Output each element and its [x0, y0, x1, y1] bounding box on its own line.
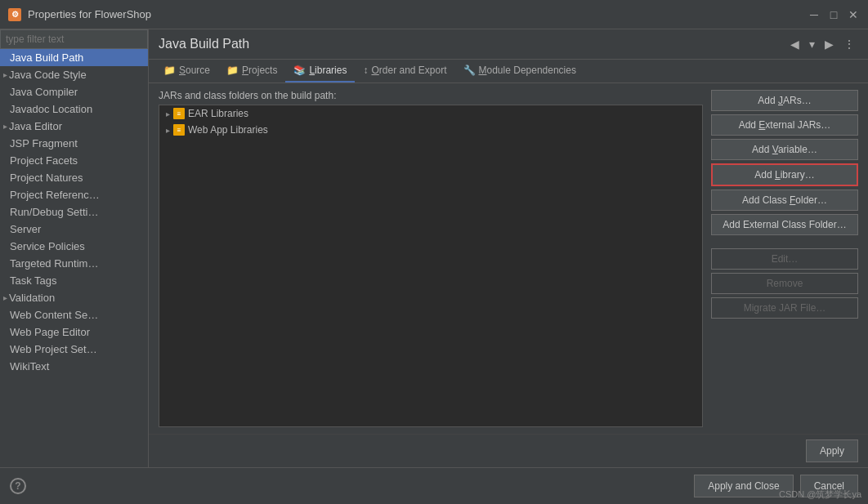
tree-expand-icon: ▸	[166, 109, 170, 118]
tab-libraries[interactable]: 📚Libraries	[285, 60, 355, 83]
tab-order-export[interactable]: ↕Order and Export	[355, 60, 454, 83]
sidebar-item-project-facets[interactable]: Project Facets	[0, 152, 148, 169]
nav-menu-button[interactable]: ⋮	[840, 36, 858, 52]
tab-label-order-export: Order and Export	[371, 65, 446, 76]
sidebar-item-web-project-settings[interactable]: Web Project Set…	[0, 341, 148, 358]
expand-icon: ▸	[3, 70, 7, 79]
help-button[interactable]: ?	[10, 478, 26, 494]
sidebar-item-validation[interactable]: ▸Validation	[0, 289, 148, 306]
window-title: Properties for FlowerShop	[28, 8, 808, 20]
tabs-bar: 📁Source📁Projects📚Libraries↕Order and Exp…	[149, 60, 868, 83]
right-panel: Java Build Path ◀ ▾ ▶ ⋮ 📁Source📁Projects…	[149, 29, 868, 467]
sidebar-item-label: Java Code Style	[9, 69, 87, 81]
sidebar-item-label: Web Content Se…	[10, 309, 98, 321]
window-controls: ─ □ ✕	[808, 8, 860, 21]
nav-dropdown-button[interactable]: ▾	[806, 36, 818, 52]
tree-item-ear-libraries[interactable]: ▸≡EAR Libraries	[159, 105, 702, 122]
tab-icon-order-export: ↕	[363, 65, 368, 76]
apply-button[interactable]: Apply	[806, 439, 858, 462]
nav-back-button[interactable]: ◀	[787, 36, 803, 52]
sidebar-item-label: Task Tags	[10, 274, 57, 287]
sidebar-item-server[interactable]: Server	[0, 221, 148, 238]
tree-item-web-app-libraries[interactable]: ▸≡Web App Libraries	[159, 122, 702, 138]
sidebar-item-wikitext[interactable]: WikiText	[0, 358, 148, 375]
minimize-button[interactable]: ─	[808, 8, 821, 21]
sidebar-item-label: Java Editor	[9, 120, 62, 132]
sidebar-item-label: Service Policies	[10, 240, 85, 252]
tab-module-dependencies[interactable]: 🔧Module Dependencies	[455, 60, 584, 83]
sidebar-item-label: Server	[10, 223, 41, 235]
sidebar-item-label: Project Natures	[10, 172, 83, 184]
sidebar-items-list: Java Build Path▸Java Code StyleJava Comp…	[0, 49, 148, 375]
remove-button: Remove	[711, 273, 858, 294]
bottom-bar: ? Apply and Close Cancel	[0, 467, 868, 504]
edit-button: Edit…	[711, 248, 858, 270]
sidebar-item-javadoc-location[interactable]: Javadoc Location	[0, 100, 148, 118]
panel-nav-buttons: ◀ ▾ ▶ ⋮	[787, 36, 858, 52]
add-library-button[interactable]: Add Library…	[711, 163, 858, 186]
sidebar-item-label: Java Build Path	[10, 51, 83, 64]
sidebar-item-project-references[interactable]: Project Referenc…	[0, 186, 148, 203]
add-external-class-folder-button[interactable]: Add External Class Folder…	[711, 214, 858, 235]
sidebar-item-service-policies[interactable]: Service Policies	[0, 238, 148, 255]
tab-icon-libraries: 📚	[293, 65, 306, 76]
sidebar-item-jsp-fragment[interactable]: JSP Fragment	[0, 135, 148, 152]
add-variable-button[interactable]: Add Variable…	[711, 139, 858, 160]
tree-section: JARs and class folders on the build path…	[159, 90, 703, 427]
sidebar-item-java-editor[interactable]: ▸Java Editor	[0, 118, 148, 135]
sidebar-item-java-build-path[interactable]: Java Build Path	[0, 49, 148, 66]
close-button[interactable]: ✕	[847, 8, 860, 21]
sidebar-item-label: Validation	[9, 292, 55, 304]
sidebar-item-java-code-style[interactable]: ▸Java Code Style	[0, 66, 148, 83]
panel-header: Java Build Path ◀ ▾ ▶ ⋮	[149, 29, 868, 60]
sidebar-item-targeted-runtime[interactable]: Targeted Runtim…	[0, 255, 148, 272]
panel-title: Java Build Path	[159, 37, 781, 51]
tab-label-source: Source	[179, 65, 210, 76]
content-area: Java Build Path▸Java Code StyleJava Comp…	[0, 29, 868, 467]
tab-icon-module-dependencies: 🔧	[463, 65, 476, 76]
build-path-area: JARs and class folders on the build path…	[149, 83, 868, 434]
sidebar-item-label: Java Compiler	[10, 86, 78, 98]
tab-label-module-dependencies: Module Dependencies	[479, 65, 576, 76]
add-jars-button[interactable]: Add JARs…	[711, 90, 858, 111]
tree-expand-icon: ▸	[166, 126, 170, 135]
sidebar-item-task-tags[interactable]: Task Tags	[0, 272, 148, 289]
app-icon: ⚙	[8, 8, 21, 21]
sidebar-item-web-content-settings[interactable]: Web Content Se…	[0, 306, 148, 323]
expand-icon: ▸	[3, 293, 7, 302]
migrate-jar-button: Migrate JAR File…	[711, 297, 858, 319]
buttons-column: Add JARs…Add External JARs…Add Variable……	[711, 90, 858, 427]
main-container: Java Build Path▸Java Code StyleJava Comp…	[0, 29, 868, 504]
title-bar: ⚙ Properties for FlowerShop ─ □ ✕	[0, 0, 868, 29]
panel-apply-area: Apply	[149, 434, 868, 467]
sidebar-item-label: Targeted Runtim…	[10, 257, 98, 270]
sidebar-item-label: Project Referenc…	[10, 189, 100, 201]
add-class-folder-button[interactable]: Add Class Folder…	[711, 190, 858, 211]
tab-source[interactable]: 📁Source	[155, 60, 218, 83]
sidebar-item-project-natures[interactable]: Project Natures	[0, 169, 148, 186]
sidebar-item-web-page-editor[interactable]: Web Page Editor	[0, 323, 148, 341]
tab-projects[interactable]: 📁Projects	[218, 60, 285, 83]
sidebar-item-label: Javadoc Location	[10, 103, 92, 115]
tree-item-label-ear-libraries: EAR Libraries	[188, 108, 248, 119]
maximize-button[interactable]: □	[827, 8, 840, 21]
button-spacer	[711, 239, 858, 245]
tree-item-icon-ear-libraries: ≡	[173, 108, 185, 119]
sidebar-item-run-debug[interactable]: Run/Debug Setti…	[0, 203, 148, 221]
nav-forward-button[interactable]: ▶	[821, 36, 837, 52]
build-path-label: JARs and class folders on the build path…	[159, 90, 703, 101]
sidebar-item-label: Web Page Editor	[10, 326, 90, 338]
sidebar-item-label: Project Facets	[10, 154, 78, 167]
sidebar-item-label: WikiText	[10, 360, 49, 372]
tree-container: ▸≡EAR Libraries▸≡Web App Libraries	[159, 105, 703, 427]
sidebar-filter-input[interactable]	[0, 29, 148, 49]
expand-icon: ▸	[3, 122, 7, 131]
tree-item-icon-web-app-libraries: ≡	[173, 124, 185, 136]
sidebar-item-label: Web Project Set…	[10, 343, 97, 355]
tab-icon-source: 📁	[163, 65, 176, 76]
add-external-jars-button[interactable]: Add External JARs…	[711, 114, 858, 136]
sidebar-item-java-compiler[interactable]: Java Compiler	[0, 83, 148, 100]
sidebar-item-label: JSP Fragment	[10, 137, 78, 149]
tab-label-libraries: Libraries	[309, 65, 347, 76]
sidebar: Java Build Path▸Java Code StyleJava Comp…	[0, 29, 149, 467]
